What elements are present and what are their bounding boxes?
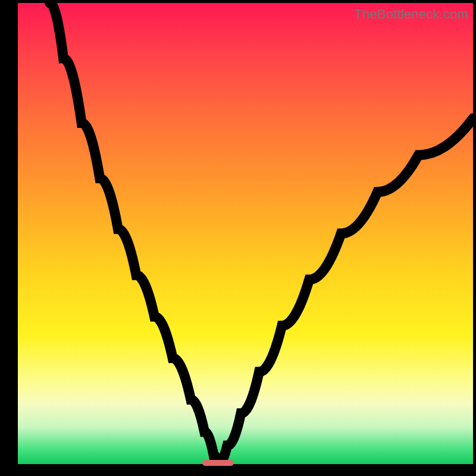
bottleneck-marker (202, 460, 234, 466)
plot-area: TheBottleneck.com (18, 3, 473, 464)
watermark-text: TheBottleneck.com (354, 7, 468, 22)
chart-frame: TheBottleneck.com (0, 0, 476, 476)
right-curve (218, 118, 473, 464)
left-curve (50, 3, 218, 464)
curve-layer (18, 3, 473, 464)
